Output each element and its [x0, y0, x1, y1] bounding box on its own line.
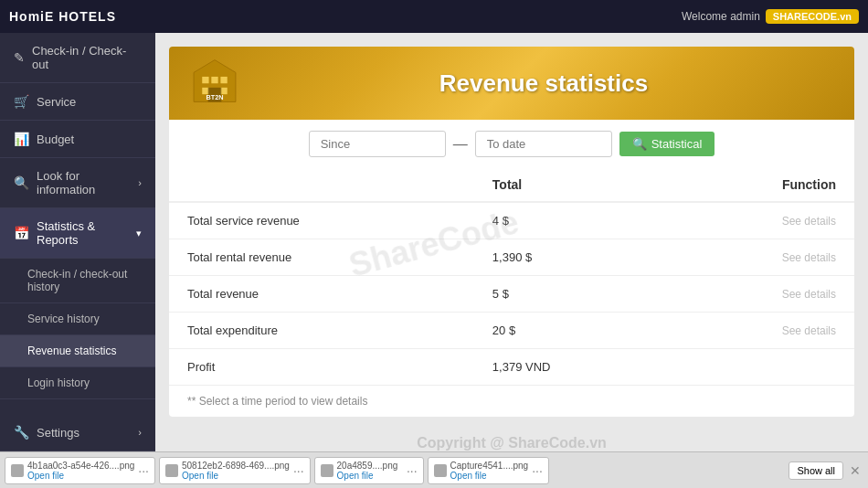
row-value: 1,379 VND: [474, 349, 668, 386]
sidebar-sub-revenue-statistics[interactable]: Revenue statistics: [0, 335, 155, 367]
col-total: Total: [474, 168, 668, 202]
file-icon: [434, 464, 447, 477]
settings-arrow: ›: [138, 427, 142, 438]
taskbar-close-button[interactable]: ✕: [847, 463, 863, 478]
sidebar-item-look[interactable]: 🔍 Look for information ›: [0, 158, 155, 208]
open-file-link[interactable]: Open file: [27, 471, 134, 481]
open-file-link[interactable]: Open file: [337, 471, 403, 481]
taskbar: 4b1aa0c3-a54e-426....png Open file ··· 5…: [0, 451, 868, 488]
service-icon: 🛒: [14, 94, 29, 109]
top-bar: HomiE HOTELS Welcome admin SHARECODE.vn: [0, 0, 868, 33]
row-value: 20 $: [474, 313, 668, 349]
since-input[interactable]: [309, 131, 446, 157]
see-details-link[interactable]: See details: [668, 202, 854, 239]
welcome-text: Welcome admin: [682, 10, 760, 23]
sidebar: ✎ Check-in / Check-out 🛒 Service 📊 Budge…: [0, 33, 155, 451]
col-label: [169, 168, 474, 202]
revenue-header: BT2N Revenue statistics: [169, 47, 854, 120]
checkin-icon: ✎: [14, 50, 25, 65]
table-row: Total rental revenue1,390 $See details: [169, 239, 854, 276]
sidebar-item-label: Settings: [37, 426, 79, 440]
row-label: Total revenue: [169, 276, 474, 313]
table-row: Total revenue5 $See details: [169, 276, 854, 313]
see-details-link[interactable]: See details: [668, 276, 854, 313]
svg-rect-1: [202, 77, 208, 83]
row-value: 5 $: [474, 276, 668, 313]
more-options-button[interactable]: ···: [532, 463, 543, 478]
revenue-table: Total Function Total service revenue4 $S…: [169, 168, 854, 385]
show-all-button[interactable]: Show all: [789, 461, 843, 480]
row-label: Total service revenue: [169, 202, 474, 239]
table-header-row: Total Function: [169, 168, 854, 202]
sidebar-item-label: Budget: [37, 133, 74, 146]
taskbar-item[interactable]: 4b1aa0c3-a54e-426....png Open file ···: [5, 457, 155, 484]
look-icon: 🔍: [14, 175, 29, 190]
open-file-link[interactable]: Open file: [450, 471, 529, 481]
sidebar-item-budget[interactable]: 📊 Budget: [0, 121, 155, 158]
sharecode-badge: SHARECODE.vn: [766, 9, 859, 24]
see-details-link[interactable]: See details: [668, 313, 854, 349]
taskbar-file-name: 4b1aa0c3-a54e-426....png: [27, 461, 134, 471]
row-value: 1,390 $: [474, 239, 668, 276]
col-function: Function: [668, 168, 854, 202]
sidebar-item-label: Look for information: [37, 169, 131, 196]
taskbar-file-name: Capture4541....png: [450, 461, 529, 471]
see-details-link: [668, 349, 854, 386]
sidebar-item-label: Service: [37, 95, 76, 109]
sidebar-item-checkin[interactable]: ✎ Check-in / Check-out: [0, 33, 155, 83]
svg-text:BT2N: BT2N: [206, 93, 223, 101]
main-layout: ✎ Check-in / Check-out 🛒 Service 📊 Budge…: [0, 33, 868, 451]
header-logo: BT2N: [187, 56, 251, 111]
row-label: Total rental revenue: [169, 239, 474, 276]
sidebar-item-service[interactable]: 🛒 Service: [0, 83, 155, 121]
taskbar-file-name: 20a4859....png: [337, 461, 403, 471]
file-icon: [165, 464, 178, 477]
filter-row: — 🔍 Statistical: [169, 120, 854, 168]
svg-rect-2: [211, 77, 217, 83]
look-arrow: ›: [138, 177, 142, 188]
settings-icon: 🔧: [14, 425, 29, 440]
revenue-card: BT2N Revenue statistics — 🔍 Statistical: [169, 47, 854, 417]
sidebar-item-stats[interactable]: 📅 Statistics & Reports ▾: [0, 208, 155, 259]
content-area: BT2N Revenue statistics — 🔍 Statistical: [155, 33, 868, 451]
top-bar-right: Welcome admin SHARECODE.vn: [682, 9, 859, 24]
taskbar-item[interactable]: 50812eb2-6898-469....png Open file ···: [159, 457, 311, 484]
table-row: Total expenditure20 $See details: [169, 313, 854, 349]
sidebar-sub-checkin-history[interactable]: Check-in / check-out history: [0, 259, 155, 303]
to-date-input[interactable]: [475, 131, 612, 157]
row-label: Total expenditure: [169, 313, 474, 349]
page-title: Revenue statistics: [251, 69, 836, 98]
filter-dash: —: [453, 136, 468, 153]
sidebar-sub-service-history[interactable]: Service history: [0, 303, 155, 335]
app-logo: HomiE HOTELS: [9, 9, 116, 24]
file-icon: [11, 464, 24, 477]
statistical-button[interactable]: 🔍 Statistical: [619, 132, 715, 156]
more-options-button[interactable]: ···: [293, 463, 304, 478]
stats-icon: 📅: [14, 226, 29, 240]
stats-arrow: ▾: [136, 228, 142, 239]
more-options-button[interactable]: ···: [407, 463, 418, 478]
taskbar-item[interactable]: Capture4541....png Open file ···: [428, 457, 549, 484]
sidebar-item-label: Statistics & Reports: [37, 219, 129, 247]
taskbar-item[interactable]: 20a4859....png Open file ···: [314, 457, 424, 484]
open-file-link[interactable]: Open file: [182, 471, 290, 481]
table-row: Profit1,379 VND: [169, 349, 854, 386]
row-value: 4 $: [474, 202, 668, 239]
sidebar-item-settings[interactable]: 🔧 Settings ›: [0, 414, 155, 451]
table-row: Total service revenue4 $See details: [169, 202, 854, 239]
search-icon: 🔍: [632, 137, 647, 151]
sidebar-sub-login-history[interactable]: Login history: [0, 367, 155, 399]
see-details-link[interactable]: See details: [668, 239, 854, 276]
taskbar-file-name: 50812eb2-6898-469....png: [182, 461, 290, 471]
sidebar-item-label: Check-in / Check-out: [32, 44, 142, 71]
more-options-button[interactable]: ···: [138, 463, 149, 478]
revenue-note: ** Select a time period to view details: [169, 385, 854, 417]
file-icon: [321, 464, 333, 477]
svg-rect-3: [220, 77, 227, 83]
row-label: Profit: [169, 349, 474, 386]
budget-icon: 📊: [14, 132, 29, 146]
